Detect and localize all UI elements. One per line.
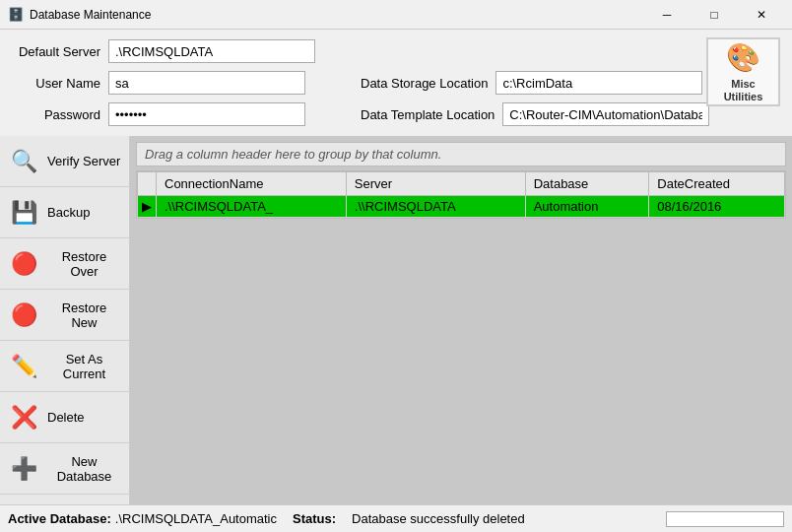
restore-new-button[interactable]: 🔴 Restore New (0, 290, 129, 341)
set-as-current-button[interactable]: ✏️ Set As Current (0, 341, 129, 392)
storage-label: Data Storage Location (361, 76, 488, 91)
delete-button[interactable]: ❌ Delete (0, 392, 129, 443)
backup-label: Backup (47, 205, 90, 220)
minimize-button[interactable]: ─ (644, 0, 690, 30)
active-db-label: Active Database: (8, 511, 111, 526)
misc-utilities-button[interactable]: 🎨 MiscUtilities (706, 37, 780, 106)
statusbar: Active Database: .\RCIMSQLDATA_Automatic… (0, 504, 792, 532)
grid-col-connection[interactable]: ConnectionName (157, 172, 347, 196)
new-database-icon: ➕ (8, 456, 39, 482)
grid-col-database[interactable]: Database (525, 172, 649, 196)
password-input[interactable] (108, 102, 305, 126)
grid-header-row: ConnectionName Server Database DateCreat… (138, 172, 785, 196)
backup-icon: 💾 (8, 200, 39, 226)
titlebar: 🗄️ Database Maintenance ─ □ ✕ (0, 0, 792, 30)
new-database-button[interactable]: ➕ New Database (0, 443, 129, 495)
progress-section (666, 511, 784, 527)
status-value: Database successfully deleted (352, 511, 525, 526)
misc-utilities-label: MiscUtilities (724, 78, 763, 101)
main-panel: Drag a column header here to group by th… (130, 136, 792, 504)
set-as-current-label: Set As Current (47, 352, 121, 381)
password-label: Password (12, 107, 100, 122)
grid-container: ConnectionName Server Database DateCreat… (136, 170, 786, 219)
default-server-row: Default Server (12, 39, 780, 63)
credentials-row: User Name Data Storage Location (12, 71, 780, 95)
delete-label: Delete (47, 410, 85, 425)
restore-over-icon: 🔴 (8, 251, 39, 277)
cell-database: Automation (525, 196, 649, 218)
cell-date: 08/16/2016 (649, 196, 785, 218)
verify-server-icon: 🔍 (8, 149, 39, 174)
content-area: 🔍 Verify Server 💾 Backup 🔴 Restore Over … (0, 136, 792, 504)
drag-hint: Drag a column header here to group by th… (136, 142, 786, 166)
verify-server-button[interactable]: 🔍 Verify Server (0, 136, 129, 187)
restore-over-label: Restore Over (47, 249, 121, 279)
grid-col-arrow (138, 172, 157, 196)
restore-new-label: Restore New (47, 300, 121, 330)
window-title: Database Maintenance (30, 8, 644, 22)
database-grid: ConnectionName Server Database DateCreat… (137, 171, 785, 218)
default-server-input[interactable] (108, 39, 315, 63)
backup-button[interactable]: 💾 Backup (0, 187, 129, 238)
active-db-value: .\RCIMSQLDATA_Automatic (115, 511, 277, 526)
window-controls: ─ □ ✕ (644, 0, 784, 30)
misc-utilities-icon: 🎨 (726, 41, 760, 74)
row-arrow: ▶ (138, 196, 157, 218)
new-database-label: New Database (47, 454, 121, 484)
password-row: Password Data Template Location (12, 102, 780, 126)
default-server-label: Default Server (12, 44, 100, 59)
restore-over-button[interactable]: 🔴 Restore Over (0, 238, 129, 290)
username-label: User Name (12, 76, 100, 91)
main-window: Default Server User Name Data Storage Lo… (0, 30, 792, 532)
close-button[interactable]: ✕ (739, 0, 784, 30)
maximize-button[interactable]: □ (692, 0, 737, 30)
table-row[interactable]: ▶ .\\RCIMSQLDATA_ .\\RCIMSQLDATA Automat… (138, 196, 785, 218)
status-label: Status: (293, 511, 336, 526)
grid-col-date[interactable]: DateCreated (649, 172, 785, 196)
app-icon: 🗄️ (8, 7, 24, 23)
template-label: Data Template Location (361, 107, 495, 122)
restore-new-icon: 🔴 (8, 302, 39, 328)
username-input[interactable] (108, 71, 305, 95)
form-area: Default Server User Name Data Storage Lo… (0, 30, 792, 136)
cell-connection: .\\RCIMSQLDATA_ (157, 196, 347, 218)
delete-icon: ❌ (8, 405, 39, 431)
set-as-current-icon: ✏️ (8, 354, 39, 379)
cell-server: .\\RCIMSQLDATA (346, 196, 525, 218)
progress-bar (666, 511, 784, 527)
verify-server-label: Verify Server (47, 154, 120, 168)
active-db-section: Active Database: .\RCIMSQLDATA_Automatic (8, 511, 277, 526)
storage-input[interactable] (495, 71, 702, 95)
sidebar: 🔍 Verify Server 💾 Backup 🔴 Restore Over … (0, 136, 130, 504)
template-input[interactable] (502, 102, 709, 126)
grid-col-server[interactable]: Server (346, 172, 525, 196)
